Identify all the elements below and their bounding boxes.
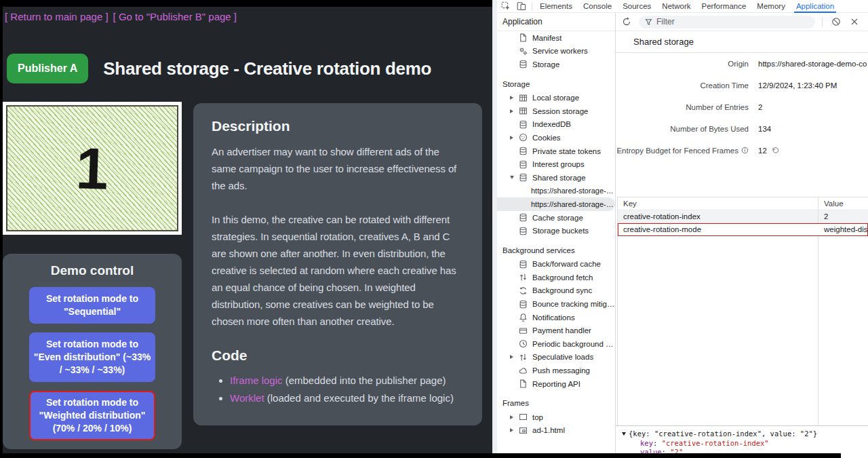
screen: [ Return to main page ][ Go to "Publishe… <box>0 0 868 458</box>
value-column-header[interactable]: Value <box>818 199 868 208</box>
sidebar-item-storage[interactable]: Storage <box>497 58 615 71</box>
rotation-mode-button-3[interactable]: Set rotation mode to "Weighted distribut… <box>29 391 155 440</box>
sidebar-item-storage-buckets[interactable]: Storage buckets <box>497 224 615 237</box>
sidebar-item-label: Reporting API <box>532 380 580 388</box>
iframe-icon <box>519 426 528 435</box>
rotation-mode-button-1[interactable]: Set rotation mode to "Sequential" <box>29 287 155 324</box>
rotation-mode-button-2[interactable]: Set rotation mode to "Even distribution"… <box>29 332 155 382</box>
cookie-icon <box>519 133 528 142</box>
sidebar-item-manifest[interactable]: Manifest <box>497 31 615 45</box>
sidebar-item-ad-1-html[interactable]: ad-1.html <box>497 424 615 438</box>
sidebar-item-label: Payment handler <box>532 326 591 335</box>
sidebar-item-cache-storage[interactable]: Cache storage <box>497 211 615 225</box>
file-icon <box>519 33 528 42</box>
tab-console[interactable]: Console <box>578 0 617 13</box>
sidebar-item-bounce-tracking-mitiga[interactable]: Bounce tracking mitiga… <box>497 297 615 311</box>
chevron-right-icon[interactable] <box>510 428 513 432</box>
sidebar-item-push-messaging[interactable]: Push messaging <box>497 364 615 377</box>
device-toolbar-icon[interactable] <box>516 1 526 12</box>
property-name: key <box>640 439 653 447</box>
sidebar-item-https-shared-storage-d[interactable]: https://shared-storage-d… <box>497 185 615 198</box>
sidebar-item-local-storage[interactable]: Local storage <box>497 91 615 104</box>
code-heading: Code <box>212 347 464 364</box>
table-row-creative-rotation-index[interactable]: creative-rotation-index2 <box>618 210 868 223</box>
sidebar-item-top[interactable]: top <box>497 411 615 424</box>
chevron-down-icon[interactable] <box>622 432 626 436</box>
sidebar-item-reporting-api[interactable]: Reporting API <box>497 377 615 391</box>
devtools-tabs: ElementsConsoleSourcesNetworkPerformance… <box>534 0 840 13</box>
chevron-down-icon[interactable] <box>510 176 514 179</box>
tab-application[interactable]: Application <box>791 0 840 13</box>
sidebar-item-label: https://shared-storage-d… <box>531 187 615 195</box>
database-icon <box>519 300 528 309</box>
iframe-logic-link[interactable]: Iframe logic <box>230 375 283 386</box>
shared-storage-title: Shared storage <box>616 31 868 53</box>
window-bottom-edge <box>0 453 841 458</box>
sidebar-item-background-fetch[interactable]: Background fetch <box>497 271 615 284</box>
description-card: Description An advertiser may want to sh… <box>193 103 482 425</box>
chevron-right-icon[interactable] <box>510 136 513 140</box>
sidebar-panel-title: Application <box>497 13 615 31</box>
sidebar-item-notifications[interactable]: Notifications <box>497 311 615 324</box>
sidebar-item-label: Back/forward cache <box>532 260 601 268</box>
sidebar-item-background-sync[interactable]: Background sync <box>497 284 615 298</box>
inspect-element-icon[interactable] <box>500 1 511 12</box>
ad-creative-iframe[interactable]: 1 <box>3 102 182 235</box>
meta-label: Number of Bytes Used <box>670 125 749 133</box>
meta-row-entropy-budget-for-fenced-frames: Entropy Budget for Fenced Frames12 <box>616 140 868 161</box>
sidebar-item-service-workers[interactable]: Service workers <box>497 45 615 58</box>
clock-icon <box>519 339 528 348</box>
sidebar-item-label: Periodic background s… <box>532 340 615 348</box>
sidebar-item-private-state-tokens[interactable]: Private state tokens <box>497 145 615 158</box>
tab-performance[interactable]: Performance <box>696 0 752 13</box>
info-icon[interactable] <box>741 147 749 155</box>
chevron-right-icon[interactable] <box>510 415 513 419</box>
tab-elements[interactable]: Elements <box>534 0 578 13</box>
description-paragraphs: An advertiser may want to show different… <box>212 143 464 330</box>
tab-memory[interactable]: Memory <box>751 0 791 13</box>
table-row-creative-rotation-mode[interactable]: creative-rotation-modeweighted-distribut… <box>618 223 868 236</box>
code-item-note: (embedded into the publisher page) <box>283 375 446 386</box>
chevron-right-icon[interactable] <box>510 96 513 100</box>
sidebar-item-label: Service workers <box>532 47 588 55</box>
sidebar-item-indexeddb[interactable]: IndexedDB <box>497 118 615 132</box>
worklet-link[interactable]: Worklet <box>230 392 264 404</box>
code-item-note: (loaded and executed by the iframe logic… <box>264 392 454 404</box>
publisher-b-link[interactable]: [ Go to "Publisher B" page ] <box>113 11 237 22</box>
page-scrollbar[interactable] <box>492 0 497 453</box>
description-paragraph-2: In this demo, the creative can be rotate… <box>212 211 464 330</box>
sidebar-item-speculative-loads[interactable]: Speculative loads <box>497 351 615 364</box>
close-icon[interactable] <box>849 16 860 27</box>
gears-icon <box>519 47 528 56</box>
devtools-tabbar: ElementsConsoleSourcesNetworkPerformance… <box>497 0 868 13</box>
tab-network[interactable]: Network <box>656 0 696 13</box>
chevron-right-icon[interactable] <box>510 109 513 113</box>
sidebar-item-label: Shared storage <box>532 174 586 182</box>
sidebar-item-periodic-background-s[interactable]: Periodic background s… <box>497 337 615 351</box>
filter-input[interactable] <box>656 17 809 26</box>
sidebar-item-back-forward-cache[interactable]: Back/forward cache <box>497 258 615 271</box>
cell-key: creative-rotation-mode <box>618 225 818 233</box>
sidebar-item-label: https://shared-storage-d… <box>531 200 615 208</box>
meta-row-number-of-bytes-used: Number of Bytes Used134 <box>616 118 868 140</box>
refresh-icon[interactable] <box>621 16 632 27</box>
reset-budget-icon[interactable] <box>772 147 779 155</box>
sidebar-item-cookies[interactable]: Cookies <box>497 131 615 145</box>
meta-value: 12/9/2024, 1:23:40 PM <box>758 81 837 90</box>
page-header: Publisher A Shared storage - Creative ro… <box>7 54 431 83</box>
sidebar-item-interest-groups[interactable]: Interest groups <box>497 157 615 171</box>
sidebar-item-session-storage[interactable]: Session storage <box>497 104 615 118</box>
block-icon[interactable] <box>831 16 842 27</box>
return-main-page-link[interactable]: [ Return to main page ] <box>5 11 108 22</box>
tab-sources[interactable]: Sources <box>617 0 656 13</box>
sidebar-section-storage: Storage <box>497 78 615 92</box>
meta-label: Creation Time <box>700 81 749 90</box>
key-column-header[interactable]: Key <box>618 199 818 208</box>
database-icon <box>519 160 528 169</box>
divider <box>822 17 823 27</box>
sidebar-item-https-shared-storage-d[interactable]: https://shared-storage-d… <box>497 197 615 211</box>
chevron-right-icon[interactable] <box>510 355 513 359</box>
sidebar-item-shared-storage[interactable]: Shared storage <box>497 171 615 185</box>
database-icon <box>519 147 528 155</box>
sidebar-item-payment-handler[interactable]: Payment handler <box>497 324 615 337</box>
